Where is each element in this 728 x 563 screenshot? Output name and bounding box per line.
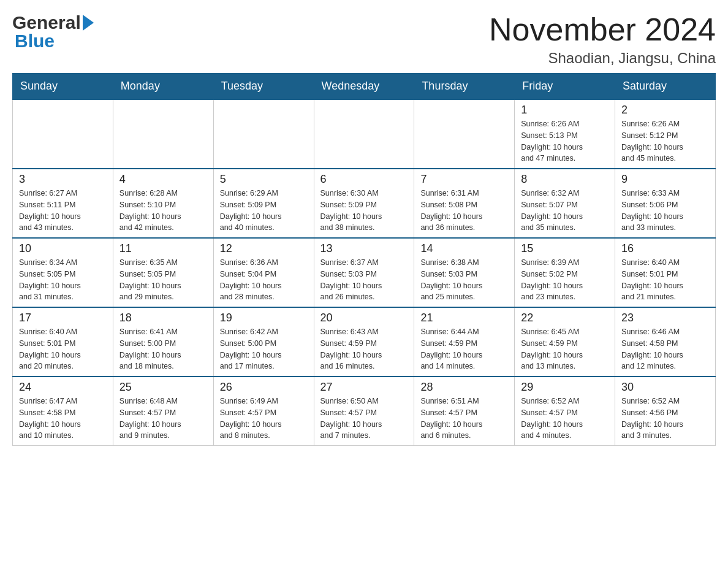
calendar-body: 1Sunrise: 6:26 AM Sunset: 5:13 PM Daylig… xyxy=(13,99,716,446)
weekday-header-friday: Friday xyxy=(515,74,615,100)
calendar-cell: 16Sunrise: 6:40 AM Sunset: 5:01 PM Dayli… xyxy=(615,238,716,307)
day-info: Sunrise: 6:49 AM Sunset: 4:57 PM Dayligh… xyxy=(220,396,308,442)
day-number: 7 xyxy=(420,173,508,186)
day-number: 4 xyxy=(119,173,207,186)
day-number: 5 xyxy=(220,173,308,186)
weekday-header-sunday: Sunday xyxy=(13,74,113,100)
calendar-cell: 24Sunrise: 6:47 AM Sunset: 4:58 PM Dayli… xyxy=(13,377,113,446)
day-number: 26 xyxy=(220,381,308,394)
day-info: Sunrise: 6:52 AM Sunset: 4:56 PM Dayligh… xyxy=(621,396,709,442)
calendar-cell: 25Sunrise: 6:48 AM Sunset: 4:57 PM Dayli… xyxy=(113,377,213,446)
week-row-1: 1Sunrise: 6:26 AM Sunset: 5:13 PM Daylig… xyxy=(13,99,716,169)
day-number: 1 xyxy=(521,104,609,117)
calendar-cell xyxy=(13,99,113,169)
day-info: Sunrise: 6:35 AM Sunset: 5:05 PM Dayligh… xyxy=(119,257,207,303)
weekday-header-monday: Monday xyxy=(113,74,213,100)
day-info: Sunrise: 6:47 AM Sunset: 4:58 PM Dayligh… xyxy=(19,396,107,442)
day-number: 10 xyxy=(19,242,107,255)
day-info: Sunrise: 6:40 AM Sunset: 5:01 PM Dayligh… xyxy=(19,326,107,372)
logo-triangle-icon xyxy=(83,15,94,31)
day-info: Sunrise: 6:36 AM Sunset: 5:04 PM Dayligh… xyxy=(220,257,308,303)
calendar-cell: 12Sunrise: 6:36 AM Sunset: 5:04 PM Dayli… xyxy=(213,238,314,307)
calendar-cell: 4Sunrise: 6:28 AM Sunset: 5:10 PM Daylig… xyxy=(113,169,213,238)
day-info: Sunrise: 6:46 AM Sunset: 4:58 PM Dayligh… xyxy=(621,326,709,372)
day-number: 22 xyxy=(521,312,609,324)
calendar-cell: 13Sunrise: 6:37 AM Sunset: 5:03 PM Dayli… xyxy=(314,238,414,307)
day-number: 28 xyxy=(420,381,508,394)
day-info: Sunrise: 6:26 AM Sunset: 5:12 PM Dayligh… xyxy=(621,118,709,164)
day-number: 23 xyxy=(621,312,709,324)
weekday-header-row: SundayMondayTuesdayWednesdayThursdayFrid… xyxy=(13,74,716,100)
day-number: 12 xyxy=(220,242,308,255)
calendar-cell: 23Sunrise: 6:46 AM Sunset: 4:58 PM Dayli… xyxy=(615,307,716,377)
calendar-cell: 29Sunrise: 6:52 AM Sunset: 4:57 PM Dayli… xyxy=(515,377,615,446)
calendar-cell: 14Sunrise: 6:38 AM Sunset: 5:03 PM Dayli… xyxy=(414,238,515,307)
day-info: Sunrise: 6:41 AM Sunset: 5:00 PM Dayligh… xyxy=(119,326,207,372)
calendar-cell: 11Sunrise: 6:35 AM Sunset: 5:05 PM Dayli… xyxy=(113,238,213,307)
weekday-header-wednesday: Wednesday xyxy=(314,74,414,100)
day-info: Sunrise: 6:27 AM Sunset: 5:11 PM Dayligh… xyxy=(19,188,107,234)
calendar-cell: 7Sunrise: 6:31 AM Sunset: 5:08 PM Daylig… xyxy=(414,169,515,238)
calendar-cell: 30Sunrise: 6:52 AM Sunset: 4:56 PM Dayli… xyxy=(615,377,716,446)
location-title: Shaodian, Jiangsu, China xyxy=(489,50,716,67)
day-info: Sunrise: 6:43 AM Sunset: 4:59 PM Dayligh… xyxy=(320,326,408,372)
day-info: Sunrise: 6:39 AM Sunset: 5:02 PM Dayligh… xyxy=(521,257,609,303)
day-number: 11 xyxy=(119,242,207,255)
calendar-cell xyxy=(213,99,314,169)
title-section: November 2024 Shaodian, Jiangsu, China xyxy=(489,12,716,67)
calendar-cell: 5Sunrise: 6:29 AM Sunset: 5:09 PM Daylig… xyxy=(213,169,314,238)
calendar-cell: 1Sunrise: 6:26 AM Sunset: 5:13 PM Daylig… xyxy=(515,99,615,169)
day-info: Sunrise: 6:44 AM Sunset: 4:59 PM Dayligh… xyxy=(420,326,508,372)
day-number: 25 xyxy=(119,381,207,394)
day-info: Sunrise: 6:37 AM Sunset: 5:03 PM Dayligh… xyxy=(320,257,408,303)
logo-blue-text: Blue xyxy=(15,31,55,52)
month-title: November 2024 xyxy=(489,12,716,47)
day-number: 27 xyxy=(320,381,408,394)
calendar-cell: 10Sunrise: 6:34 AM Sunset: 5:05 PM Dayli… xyxy=(13,238,113,307)
calendar-cell: 20Sunrise: 6:43 AM Sunset: 4:59 PM Dayli… xyxy=(314,307,414,377)
day-number: 30 xyxy=(621,381,709,394)
day-info: Sunrise: 6:32 AM Sunset: 5:07 PM Dayligh… xyxy=(521,188,609,234)
calendar-cell: 19Sunrise: 6:42 AM Sunset: 5:00 PM Dayli… xyxy=(213,307,314,377)
day-info: Sunrise: 6:30 AM Sunset: 5:09 PM Dayligh… xyxy=(320,188,408,234)
day-info: Sunrise: 6:28 AM Sunset: 5:10 PM Dayligh… xyxy=(119,188,207,234)
calendar-cell: 17Sunrise: 6:40 AM Sunset: 5:01 PM Dayli… xyxy=(13,307,113,377)
calendar-cell: 28Sunrise: 6:51 AM Sunset: 4:57 PM Dayli… xyxy=(414,377,515,446)
day-number: 17 xyxy=(19,312,107,324)
weekday-header-saturday: Saturday xyxy=(615,74,716,100)
calendar-cell: 6Sunrise: 6:30 AM Sunset: 5:09 PM Daylig… xyxy=(314,169,414,238)
day-info: Sunrise: 6:33 AM Sunset: 5:06 PM Dayligh… xyxy=(621,188,709,234)
header: General Blue November 2024 Shaodian, Jia… xyxy=(12,12,716,67)
day-info: Sunrise: 6:51 AM Sunset: 4:57 PM Dayligh… xyxy=(420,396,508,442)
day-number: 20 xyxy=(320,312,408,324)
week-row-3: 10Sunrise: 6:34 AM Sunset: 5:05 PM Dayli… xyxy=(13,238,716,307)
day-number: 9 xyxy=(621,173,709,186)
calendar-cell: 15Sunrise: 6:39 AM Sunset: 5:02 PM Dayli… xyxy=(515,238,615,307)
calendar-header: SundayMondayTuesdayWednesdayThursdayFrid… xyxy=(13,74,716,100)
calendar-cell xyxy=(314,99,414,169)
day-number: 16 xyxy=(621,242,709,255)
day-info: Sunrise: 6:29 AM Sunset: 5:09 PM Dayligh… xyxy=(220,188,308,234)
calendar-cell: 27Sunrise: 6:50 AM Sunset: 4:57 PM Dayli… xyxy=(314,377,414,446)
week-row-4: 17Sunrise: 6:40 AM Sunset: 5:01 PM Dayli… xyxy=(13,307,716,377)
weekday-header-thursday: Thursday xyxy=(414,74,515,100)
day-number: 15 xyxy=(521,242,609,255)
weekday-header-tuesday: Tuesday xyxy=(213,74,314,100)
calendar-cell: 3Sunrise: 6:27 AM Sunset: 5:11 PM Daylig… xyxy=(13,169,113,238)
logo-general-text: General xyxy=(12,12,81,33)
week-row-2: 3Sunrise: 6:27 AM Sunset: 5:11 PM Daylig… xyxy=(13,169,716,238)
day-number: 13 xyxy=(320,242,408,255)
day-info: Sunrise: 6:38 AM Sunset: 5:03 PM Dayligh… xyxy=(420,257,508,303)
day-info: Sunrise: 6:40 AM Sunset: 5:01 PM Dayligh… xyxy=(621,257,709,303)
calendar-cell: 26Sunrise: 6:49 AM Sunset: 4:57 PM Dayli… xyxy=(213,377,314,446)
calendar-cell: 22Sunrise: 6:45 AM Sunset: 4:59 PM Dayli… xyxy=(515,307,615,377)
day-info: Sunrise: 6:26 AM Sunset: 5:13 PM Dayligh… xyxy=(521,118,609,164)
calendar-cell xyxy=(414,99,515,169)
calendar-table: SundayMondayTuesdayWednesdayThursdayFrid… xyxy=(12,73,716,446)
day-info: Sunrise: 6:50 AM Sunset: 4:57 PM Dayligh… xyxy=(320,396,408,442)
day-number: 18 xyxy=(119,312,207,324)
day-number: 3 xyxy=(19,173,107,186)
day-number: 14 xyxy=(420,242,508,255)
calendar-cell xyxy=(113,99,213,169)
day-info: Sunrise: 6:34 AM Sunset: 5:05 PM Dayligh… xyxy=(19,257,107,303)
